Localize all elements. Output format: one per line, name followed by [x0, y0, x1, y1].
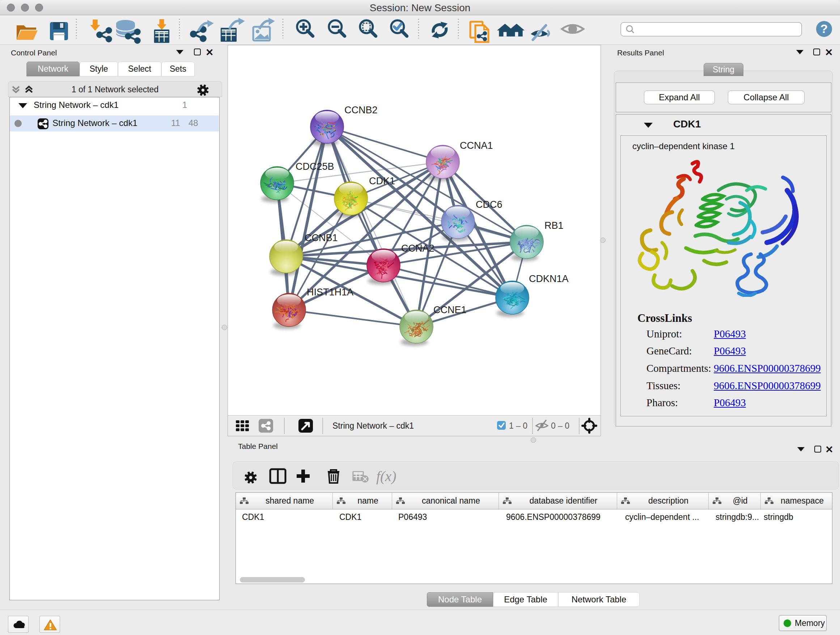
svg-text:1 – 0: 1 – 0: [509, 421, 527, 431]
svg-text:CCNB2: CCNB2: [344, 105, 378, 116]
svg-text:CCNB1: CCNB1: [305, 233, 338, 243]
svg-text:f(x): f(x): [376, 468, 396, 485]
svg-text:CDC6: CDC6: [476, 199, 502, 210]
svg-text:CCNE1: CCNE1: [433, 304, 467, 315]
svg-text:CDK1: CDK1: [369, 176, 395, 187]
svg-text:0 – 0: 0 – 0: [551, 421, 569, 431]
svg-text:String Network – cdk1: String Network – cdk1: [332, 421, 414, 431]
svg-text:HIST1H1A: HIST1H1A: [307, 287, 354, 298]
svg-text:CDC25B: CDC25B: [295, 161, 334, 172]
svg-text:RB1: RB1: [545, 220, 564, 231]
svg-text:CDKN1A: CDKN1A: [529, 273, 569, 284]
svg-text:CCNA2: CCNA2: [401, 243, 434, 254]
svg-text:CCNA1: CCNA1: [460, 140, 493, 151]
svg-text:?: ?: [821, 22, 828, 35]
